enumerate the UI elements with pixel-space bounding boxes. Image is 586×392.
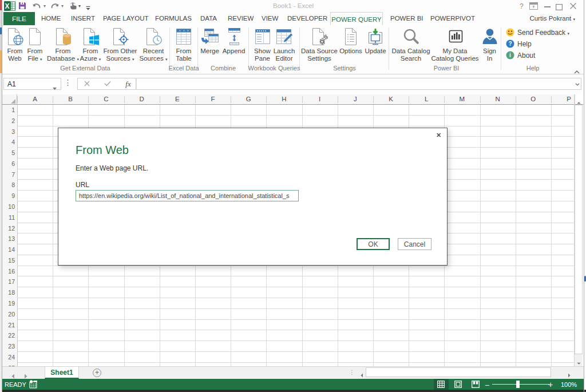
- svg-text:?: ?: [508, 41, 512, 47]
- svg-text:X: X: [5, 2, 9, 10]
- svg-text:fx: fx: [125, 80, 131, 88]
- svg-text:i: i: [509, 52, 511, 58]
